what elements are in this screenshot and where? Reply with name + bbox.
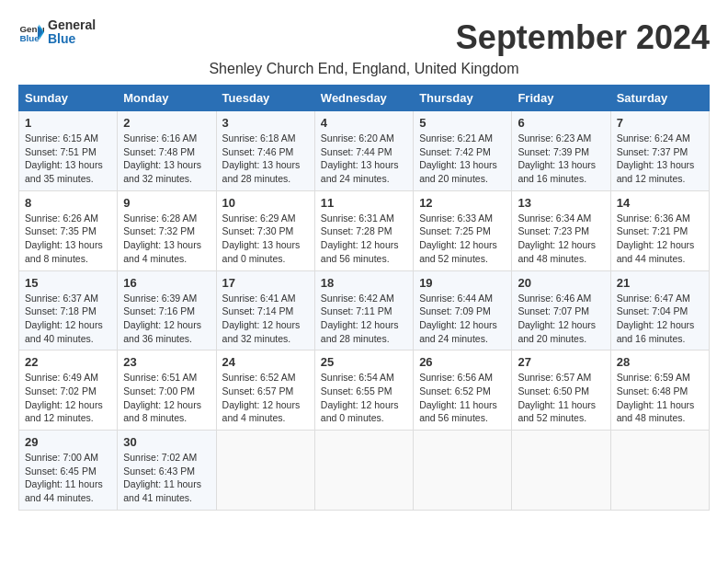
table-row (314, 431, 413, 511)
table-row: 4Sunrise: 6:20 AM Sunset: 7:44 PM Daylig… (314, 111, 413, 191)
day-info: Sunrise: 6:33 AM Sunset: 7:25 PM Dayligh… (419, 212, 506, 266)
calendar-week-row: 22Sunrise: 6:49 AM Sunset: 7:02 PM Dayli… (19, 350, 710, 431)
table-row: 26Sunrise: 6:56 AM Sunset: 6:52 PM Dayli… (414, 350, 512, 431)
calendar-week-row: 15Sunrise: 6:37 AM Sunset: 7:18 PM Dayli… (19, 270, 710, 350)
calendar-table: Sunday Monday Tuesday Wednesday Thursday… (18, 85, 710, 511)
day-number: 26 (419, 355, 506, 369)
day-info: Sunrise: 6:23 AM Sunset: 7:39 PM Dayligh… (518, 132, 604, 186)
day-info: Sunrise: 6:31 AM Sunset: 7:28 PM Dayligh… (321, 212, 407, 266)
day-info: Sunrise: 6:47 AM Sunset: 7:04 PM Dayligh… (617, 292, 703, 346)
logo-icon: General Blue (18, 19, 44, 45)
day-number: 1 (25, 116, 111, 130)
day-info: Sunrise: 6:20 AM Sunset: 7:44 PM Dayligh… (321, 132, 407, 186)
day-info: Sunrise: 6:15 AM Sunset: 7:51 PM Dayligh… (25, 132, 111, 186)
table-row: 25Sunrise: 6:54 AM Sunset: 6:55 PM Dayli… (314, 350, 413, 431)
table-row: 27Sunrise: 6:57 AM Sunset: 6:50 PM Dayli… (512, 350, 610, 431)
day-info: Sunrise: 6:49 AM Sunset: 7:02 PM Dayligh… (25, 371, 111, 425)
table-row: 9Sunrise: 6:28 AM Sunset: 7:32 PM Daylig… (118, 190, 216, 270)
day-info: Sunrise: 6:28 AM Sunset: 7:32 PM Dayligh… (123, 212, 210, 266)
table-row: 24Sunrise: 6:52 AM Sunset: 6:57 PM Dayli… (216, 350, 314, 431)
calendar-week-row: 1Sunrise: 6:15 AM Sunset: 7:51 PM Daylig… (19, 111, 710, 191)
day-number: 30 (123, 435, 210, 449)
day-number: 17 (222, 276, 309, 290)
day-info: Sunrise: 6:59 AM Sunset: 6:48 PM Dayligh… (617, 371, 703, 425)
day-info: Sunrise: 6:56 AM Sunset: 6:52 PM Dayligh… (419, 371, 506, 425)
month-title: September 2024 (456, 18, 710, 57)
day-number: 16 (123, 276, 210, 290)
header-top: General Blue General Blue September 2024 (18, 18, 710, 57)
table-row: 5Sunrise: 6:21 AM Sunset: 7:42 PM Daylig… (414, 111, 512, 191)
day-info: Sunrise: 7:02 AM Sunset: 6:43 PM Dayligh… (123, 451, 210, 505)
day-number: 22 (25, 355, 111, 369)
day-number: 2 (123, 116, 210, 130)
table-row: 17Sunrise: 6:41 AM Sunset: 7:14 PM Dayli… (216, 270, 314, 350)
calendar-week-row: 29Sunrise: 7:00 AM Sunset: 6:45 PM Dayli… (19, 431, 710, 511)
table-row: 21Sunrise: 6:47 AM Sunset: 7:04 PM Dayli… (610, 270, 709, 350)
table-row: 10Sunrise: 6:29 AM Sunset: 7:30 PM Dayli… (216, 190, 314, 270)
table-row: 11Sunrise: 6:31 AM Sunset: 7:28 PM Dayli… (314, 190, 413, 270)
day-number: 20 (518, 276, 604, 290)
day-info: Sunrise: 6:46 AM Sunset: 7:07 PM Dayligh… (518, 292, 604, 346)
table-row: 20Sunrise: 6:46 AM Sunset: 7:07 PM Dayli… (512, 270, 610, 350)
day-number: 7 (617, 116, 703, 130)
logo: General Blue General Blue (18, 18, 96, 47)
col-wednesday: Wednesday (314, 86, 413, 111)
table-row: 14Sunrise: 6:36 AM Sunset: 7:21 PM Dayli… (610, 190, 709, 270)
col-tuesday: Tuesday (216, 86, 314, 111)
logo-line1: General (48, 18, 96, 32)
day-number: 27 (518, 355, 604, 369)
day-number: 23 (123, 355, 210, 369)
day-number: 19 (419, 276, 506, 290)
day-number: 29 (25, 435, 111, 449)
col-sunday: Sunday (19, 86, 118, 111)
day-number: 15 (25, 276, 111, 290)
table-row: 18Sunrise: 6:42 AM Sunset: 7:11 PM Dayli… (314, 270, 413, 350)
table-row: 3Sunrise: 6:18 AM Sunset: 7:46 PM Daylig… (216, 111, 314, 191)
day-number: 21 (617, 276, 703, 290)
svg-text:Blue: Blue (19, 33, 40, 43)
day-info: Sunrise: 6:29 AM Sunset: 7:30 PM Dayligh… (222, 212, 309, 266)
day-info: Sunrise: 6:41 AM Sunset: 7:14 PM Dayligh… (222, 292, 309, 346)
col-thursday: Thursday (414, 86, 512, 111)
table-row: 23Sunrise: 6:51 AM Sunset: 7:00 PM Dayli… (118, 350, 216, 431)
table-row (610, 431, 709, 511)
day-info: Sunrise: 6:16 AM Sunset: 7:48 PM Dayligh… (123, 132, 210, 186)
table-row: 1Sunrise: 6:15 AM Sunset: 7:51 PM Daylig… (19, 111, 118, 191)
day-number: 24 (222, 355, 309, 369)
title-area: September 2024 (456, 18, 710, 57)
col-monday: Monday (118, 86, 216, 111)
day-info: Sunrise: 6:39 AM Sunset: 7:16 PM Dayligh… (123, 292, 210, 346)
day-info: Sunrise: 6:26 AM Sunset: 7:35 PM Dayligh… (25, 212, 111, 266)
table-row: 19Sunrise: 6:44 AM Sunset: 7:09 PM Dayli… (414, 270, 512, 350)
table-row: 22Sunrise: 6:49 AM Sunset: 7:02 PM Dayli… (19, 350, 118, 431)
day-info: Sunrise: 6:24 AM Sunset: 7:37 PM Dayligh… (617, 132, 703, 186)
table-row: 2Sunrise: 6:16 AM Sunset: 7:48 PM Daylig… (118, 111, 216, 191)
table-row (414, 431, 512, 511)
day-info: Sunrise: 6:37 AM Sunset: 7:18 PM Dayligh… (25, 292, 111, 346)
day-number: 4 (321, 116, 407, 130)
table-row: 16Sunrise: 6:39 AM Sunset: 7:16 PM Dayli… (118, 270, 216, 350)
day-number: 12 (419, 196, 506, 210)
day-info: Sunrise: 6:57 AM Sunset: 6:50 PM Dayligh… (518, 371, 604, 425)
day-info: Sunrise: 6:34 AM Sunset: 7:23 PM Dayligh… (518, 212, 604, 266)
day-number: 25 (321, 355, 407, 369)
calendar-week-row: 8Sunrise: 6:26 AM Sunset: 7:35 PM Daylig… (19, 190, 710, 270)
day-info: Sunrise: 6:54 AM Sunset: 6:55 PM Dayligh… (321, 371, 407, 425)
day-number: 13 (518, 196, 604, 210)
day-info: Sunrise: 6:42 AM Sunset: 7:11 PM Dayligh… (321, 292, 407, 346)
days-header-row: Sunday Monday Tuesday Wednesday Thursday… (19, 86, 710, 111)
day-number: 28 (617, 355, 703, 369)
table-row: 12Sunrise: 6:33 AM Sunset: 7:25 PM Dayli… (414, 190, 512, 270)
logo-line2: Blue (48, 32, 96, 46)
day-info: Sunrise: 6:36 AM Sunset: 7:21 PM Dayligh… (617, 212, 703, 266)
table-row: 8Sunrise: 6:26 AM Sunset: 7:35 PM Daylig… (19, 190, 118, 270)
col-friday: Friday (512, 86, 610, 111)
table-row: 15Sunrise: 6:37 AM Sunset: 7:18 PM Dayli… (19, 270, 118, 350)
table-row (512, 431, 610, 511)
day-info: Sunrise: 6:21 AM Sunset: 7:42 PM Dayligh… (419, 132, 506, 186)
day-info: Sunrise: 6:52 AM Sunset: 6:57 PM Dayligh… (222, 371, 309, 425)
day-number: 5 (419, 116, 506, 130)
day-number: 6 (518, 116, 604, 130)
table-row: 28Sunrise: 6:59 AM Sunset: 6:48 PM Dayli… (610, 350, 709, 431)
table-row: 30Sunrise: 7:02 AM Sunset: 6:43 PM Dayli… (118, 431, 216, 511)
